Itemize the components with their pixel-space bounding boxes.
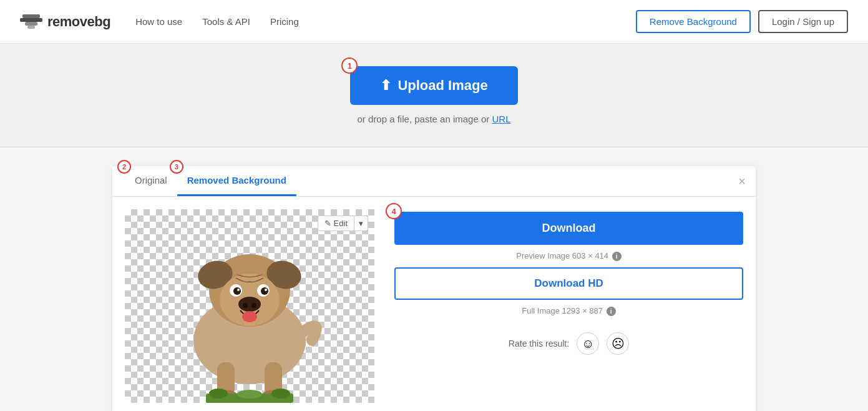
download-hd-button[interactable]: Download HD xyxy=(394,267,743,300)
svg-point-17 xyxy=(251,303,256,308)
preview-image-hint: Preview Image 603 × 414 i xyxy=(394,251,743,261)
upload-badge: 1 xyxy=(341,57,358,74)
nav-links: How to use Tools & API Pricing xyxy=(135,16,636,27)
logo-text: removebg xyxy=(47,14,110,30)
svg-point-15 xyxy=(238,297,261,312)
tab-removed-badge: 3 xyxy=(170,160,183,174)
rate-label: Rate this result: xyxy=(509,339,569,349)
full-image-hint: Full Image 1293 × 887 i xyxy=(394,306,743,316)
upload-section: 1 ⬆ Upload Image or drop a file, paste a… xyxy=(0,44,868,147)
rate-happy-button[interactable]: ☺ xyxy=(577,332,599,355)
edit-pencil-icon: ✎ xyxy=(324,219,331,228)
svg-point-11 xyxy=(237,289,240,291)
nav-pricing[interactable]: Pricing xyxy=(270,16,299,27)
tab-original[interactable]: 2 Original xyxy=(125,166,177,196)
svg-point-25 xyxy=(237,390,262,399)
upload-icon: ⬆ xyxy=(380,77,391,94)
pug-image xyxy=(125,209,374,403)
download-button-label: Download xyxy=(542,222,596,234)
close-button[interactable]: × xyxy=(738,175,746,187)
chevron-down-icon: ▾ xyxy=(359,219,363,228)
navbar-actions: Remove Background Login / Sign up xyxy=(636,10,848,33)
right-panel: 4 Download Preview Image 603 × 414 i Dow… xyxy=(394,209,743,403)
svg-point-26 xyxy=(271,389,290,399)
upload-hint: or drop a file, paste an image or URL xyxy=(358,114,511,124)
remove-background-button[interactable]: Remove Background xyxy=(636,10,751,33)
image-preview-wrap: ✎ Edit ▾ xyxy=(125,209,374,403)
rate-sad-button[interactable]: ☹ xyxy=(607,332,629,355)
logo-icon xyxy=(20,13,42,31)
svg-point-18 xyxy=(242,311,257,322)
download-button[interactable]: 4 Download xyxy=(394,212,743,245)
upload-button-label: Upload Image xyxy=(397,77,487,94)
download-badge: 4 xyxy=(386,203,402,219)
edit-button-label: Edit xyxy=(334,219,348,228)
nav-tools-api[interactable]: Tools & API xyxy=(202,16,250,27)
preview-image-container xyxy=(125,209,374,403)
navbar: removebg How to use Tools & API Pricing … xyxy=(0,0,868,44)
edit-dropdown-button[interactable]: ▾ xyxy=(354,215,368,231)
logo: removebg xyxy=(20,13,110,31)
svg-point-10 xyxy=(233,287,241,295)
upload-image-button[interactable]: 1 ⬆ Upload Image xyxy=(350,66,517,105)
svg-rect-2 xyxy=(25,22,37,26)
rate-section: Rate this result: ☺ ☹ xyxy=(394,332,743,355)
svg-point-13 xyxy=(261,287,268,295)
result-card: 2 Original 3 Removed Background × xyxy=(112,166,756,411)
url-link[interactable]: URL xyxy=(492,114,510,124)
main-content: 2 Original 3 Removed Background × xyxy=(0,147,868,411)
svg-point-16 xyxy=(243,303,248,308)
nav-how-to-use[interactable]: How to use xyxy=(135,16,182,27)
svg-rect-1 xyxy=(22,14,40,18)
tab-removed-background[interactable]: 3 Removed Background xyxy=(177,166,296,196)
svg-point-24 xyxy=(209,389,228,399)
tab-original-badge: 2 xyxy=(117,160,131,174)
preview-info-icon: i xyxy=(612,252,622,261)
svg-rect-0 xyxy=(20,18,42,22)
full-image-info-icon: i xyxy=(607,307,616,316)
edit-button[interactable]: ✎ Edit xyxy=(318,215,354,231)
tab-header: 2 Original 3 Removed Background × xyxy=(112,166,756,197)
login-signup-button[interactable]: Login / Sign up xyxy=(758,10,848,33)
svg-rect-3 xyxy=(27,26,35,29)
svg-point-14 xyxy=(265,289,267,291)
result-card-body: ✎ Edit ▾ 4 Download Preview Image 603 × … xyxy=(112,197,756,411)
